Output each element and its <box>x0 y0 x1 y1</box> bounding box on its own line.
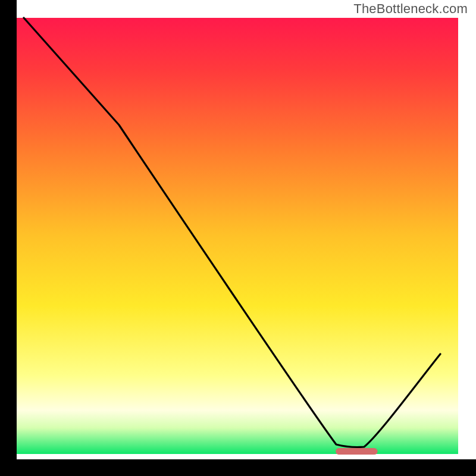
x-axis <box>0 459 476 476</box>
watermark-text: TheBottleneck.com <box>353 1 468 17</box>
y-axis <box>0 0 17 476</box>
chart-container: TheBottleneck.com <box>0 0 476 476</box>
right-margin <box>458 0 476 459</box>
bottleneck-chart <box>0 0 476 476</box>
